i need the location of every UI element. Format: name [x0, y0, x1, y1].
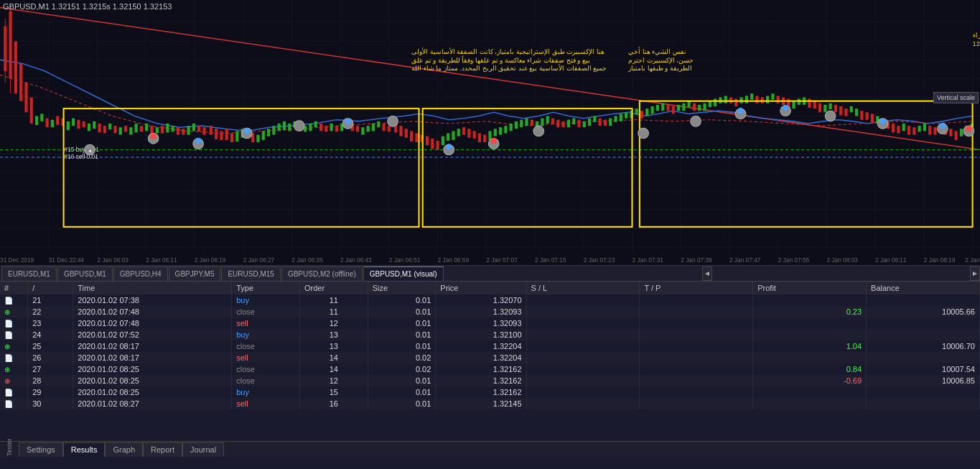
svg-point-261	[345, 119, 350, 124]
cell-sl	[526, 329, 640, 340]
svg-rect-198	[829, 103, 832, 109]
svg-rect-49	[46, 119, 49, 128]
cell-balance	[867, 352, 980, 363]
svg-rect-155	[604, 120, 607, 126]
tab-report[interactable]: Report	[143, 442, 182, 457]
svg-rect-158	[620, 113, 622, 121]
cell-balance	[867, 386, 980, 398]
cell-order: 12	[299, 317, 368, 329]
svg-rect-187	[771, 93, 774, 99]
svg-rect-61	[108, 124, 111, 129]
tab-gbpjpy-m5[interactable]: GBPJPY,M5	[169, 266, 221, 281]
svg-text:31 Dec 22:44: 31 Dec 22:44	[49, 256, 85, 264]
vertical-scale-button[interactable]: Vertical scale	[933, 92, 979, 103]
svg-rect-151	[583, 121, 586, 127]
svg-rect-72	[166, 124, 169, 133]
svg-rect-123	[436, 141, 439, 150]
cell-hash: ⊕	[0, 340, 28, 352]
cell-hash: ⊕	[0, 375, 28, 386]
cell-hash: 📄	[0, 329, 28, 340]
table-row[interactable]: ⊕ 27 2020.01.02 08:25 close 14 0.02 1.32…	[0, 363, 980, 375]
tab-graph[interactable]: Graph	[105, 442, 143, 457]
svg-rect-82	[220, 131, 223, 140]
svg-rect-204	[860, 111, 863, 120]
svg-rect-168	[672, 106, 675, 113]
svg-text:2 Jan 06:11: 2 Jan 06:11	[146, 256, 177, 264]
cell-sl	[526, 398, 640, 409]
cell-tp	[640, 386, 753, 398]
cell-time: 2020.01.02 08:25	[73, 386, 232, 398]
cell-type: buy	[232, 329, 300, 340]
tab-gbpusd-m1[interactable]: GBPUSD,M1	[57, 266, 113, 281]
svg-rect-73	[172, 126, 174, 131]
svg-rect-54	[72, 119, 75, 126]
cell-type: close	[232, 363, 300, 375]
cell-num: 22	[28, 306, 73, 317]
table-row[interactable]: 📄 24 2020.01.02 07:52 buy 13 0.01 1.3210…	[0, 329, 980, 340]
header-sl: S / L	[526, 282, 640, 294]
svg-rect-180	[734, 99, 737, 106]
svg-rect-131	[478, 134, 481, 143]
cell-type: close	[232, 340, 300, 352]
svg-text:2 Jan 06:35: 2 Jan 06:35	[291, 256, 323, 264]
table-row[interactable]: ⊕ 28 2020.01.02 08:25 close 12 0.01 1.32…	[0, 375, 980, 386]
cell-num: 25	[28, 340, 73, 352]
tab-results[interactable]: Results	[63, 442, 106, 457]
table-body: 📄 21 2020.01.02 07:38 buy 11 0.01 1.3207…	[0, 294, 980, 409]
tab-eurusd-m1[interactable]: EURUSD,M1	[1, 266, 57, 281]
tab-gbpusd-m2-offline[interactable]: GBPUSD,M2 (offline)	[281, 266, 363, 281]
cell-price: 1.32100	[436, 329, 526, 340]
svg-rect-65	[129, 127, 132, 134]
svg-rect-99	[309, 124, 312, 131]
table-row[interactable]: 📄 21 2020.01.02 07:38 buy 11 0.01 1.3207…	[0, 294, 980, 306]
svg-rect-109	[361, 127, 364, 134]
svg-point-250	[638, 128, 649, 139]
svg-rect-77	[192, 124, 195, 131]
tab-nav-left[interactable]: ◄	[702, 266, 712, 281]
svg-point-268	[966, 126, 971, 131]
tab-nav-right[interactable]: ►	[970, 266, 980, 281]
svg-point-267	[940, 123, 946, 129]
cell-balance: 10006.70	[867, 340, 980, 352]
svg-rect-196	[818, 103, 821, 113]
svg-point-254	[825, 111, 836, 121]
svg-rect-83	[225, 129, 228, 140]
table-row[interactable]: 📄 29 2020.01.02 08:25 buy 15 0.01 1.3216…	[0, 386, 980, 398]
svg-rect-184	[755, 96, 758, 103]
cell-order: 14	[299, 352, 368, 363]
svg-text:2 Jan 06:03: 2 Jan 06:03	[97, 256, 129, 264]
svg-rect-203	[855, 108, 858, 116]
svg-rect-183	[750, 93, 753, 99]
cell-tp	[640, 398, 753, 409]
tab-gbpusd-h4[interactable]: GBPUSD,H4	[113, 266, 168, 281]
svg-text:2 Jan 07:15: 2 Jan 07:15	[535, 256, 566, 264]
svg-rect-92	[272, 126, 275, 135]
cell-sl	[526, 294, 640, 306]
cell-price: 1.32162	[436, 386, 526, 398]
svg-rect-129	[467, 129, 470, 138]
cell-profit	[753, 294, 867, 306]
tab-settings[interactable]: Settings	[19, 442, 63, 457]
tab-journal[interactable]: Journal	[182, 442, 224, 457]
svg-rect-66	[135, 124, 138, 133]
chart-area: GBPUSD,M1 1.32151 1.3215s 1.32150 1.3215…	[0, 0, 980, 266]
svg-rect-89	[256, 135, 259, 142]
tab-gbpusd-m1-visual[interactable]: GBPUSD,M1 (visual)	[363, 266, 444, 281]
table-row[interactable]: ⊕ 25 2020.01.02 08:17 close 13 0.01 1.32…	[0, 340, 980, 352]
svg-rect-71	[161, 126, 164, 133]
table-row[interactable]: 📄 26 2020.01.02 08:17 sell 14 0.02 1.322…	[0, 352, 980, 363]
svg-rect-213	[907, 126, 910, 135]
table-row[interactable]: 📄 23 2020.01.02 07:48 sell 12 0.01 1.320…	[0, 317, 980, 329]
svg-rect-55	[77, 120, 80, 129]
tab-eurusd-m15[interactable]: EURUSD,M15	[221, 266, 280, 281]
svg-rect-149	[572, 119, 575, 124]
svg-rect-113	[382, 124, 385, 131]
table-row[interactable]: ⊕ 22 2020.01.02 07:48 close 11 0.01 1.32…	[0, 306, 980, 317]
cell-size: 0.01	[368, 294, 436, 306]
table-row[interactable]: 📄 30 2020.01.02 08:27 sell 16 0.01 1.321…	[0, 398, 980, 409]
svg-rect-161	[635, 108, 638, 114]
svg-rect-56	[83, 121, 85, 127]
svg-point-249	[533, 126, 544, 136]
svg-point-264	[737, 108, 743, 113]
header-size: Size	[368, 282, 436, 294]
